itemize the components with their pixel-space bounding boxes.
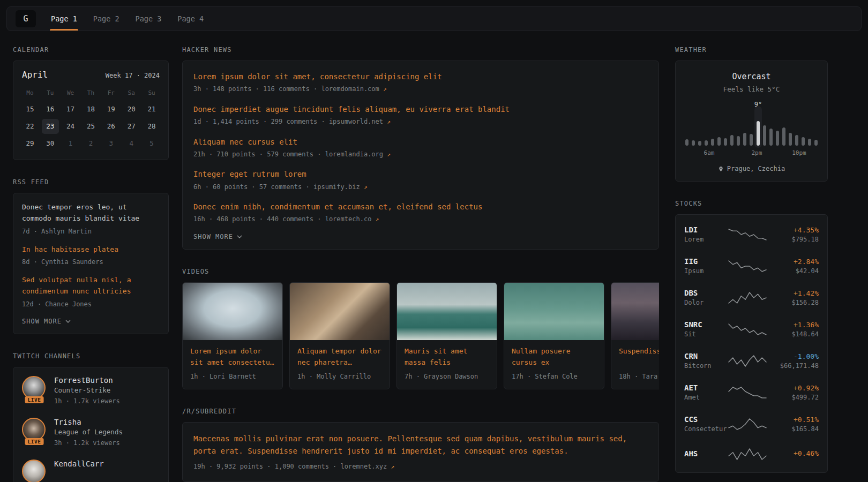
weather-condition: Overcast [684,72,819,81]
subreddit-domain-text: loremnet.xyz [341,463,387,470]
calendar-day[interactable]: 23 [42,119,59,134]
video-title[interactable]: Suspendisse diam [619,346,659,368]
hn-item-domain-link[interactable]: ipsumworld.net ↗ [329,118,391,125]
calendar-day[interactable]: 30 [42,136,59,151]
video-thumbnail[interactable] [397,283,497,340]
video-title[interactable]: Aliquam tempor dolor nec pharetra… [297,346,382,368]
hn-item-domain-link[interactable]: loremlandia.org ↗ [325,150,391,158]
stock-row[interactable]: CRN Bitcorn -1.00% $66,171.48 [684,345,819,376]
live-badge: LIVE [25,438,44,445]
hn-item-title[interactable]: Donec enim nibh, condimentum et accumsan… [193,201,648,212]
rss-item-title[interactable]: Donec tempor eros leo, ut commodo mauris… [22,202,160,224]
stock-row[interactable]: SNRC Sit +1.36% $148.64 [684,313,819,345]
calendar-day[interactable]: 29 [21,136,39,151]
hn-item-domain-link[interactable]: ipsumify.biz ↗ [313,183,368,191]
rss-show-more-button[interactable]: SHOW MORE [22,318,160,325]
video-title[interactable]: Mauris sit amet massa felis [405,346,489,368]
video-card[interactable]: Aliquam tempor dolor nec pharetra… 1h · … [289,282,390,389]
hackernews-widget: HACKER NEWS Lorem ipsum dolor sit amet, … [182,46,659,250]
stock-row[interactable]: IIG Ipsum +2.84% $42.04 [684,250,819,282]
video-card[interactable]: Lorem ipsum dolor sit amet consectetu… 1… [182,282,283,389]
subreddit-section-title: /R/SUBREDDIT [182,408,659,415]
channel-name[interactable]: Trisha [54,418,123,426]
tab-page-2[interactable]: Page 2 [92,7,121,31]
stock-row[interactable]: LDI Lorem +4.35% $795.18 [684,219,819,250]
stock-row[interactable]: DBS Dolor +1.42% $156.28 [684,282,819,313]
calendar-day[interactable]: 18 [82,102,99,117]
hn-item-title[interactable]: Integer eget rutrum lorem [193,169,648,179]
hackernews-show-more-button[interactable]: SHOW MORE [193,233,648,240]
stock-id: IIG Ipsum [684,257,723,275]
calendar-day[interactable]: 1 [62,136,79,151]
video-meta: 17h · Stefan Cole [512,372,596,381]
calendar-day[interactable]: 28 [143,119,160,134]
stock-sparkline [728,447,767,462]
stock-sparkline [728,290,767,305]
calendar-day[interactable]: 3 [102,136,119,151]
stock-sparkline [728,322,767,337]
tab-page-3[interactable]: Page 3 [134,7,163,31]
subreddit-post-title[interactable]: Maecenas mollis pulvinar erat non posuer… [193,433,648,457]
calendar-day[interactable]: 15 [21,102,39,117]
channel-game: League of Legends [54,428,123,436]
channel-name[interactable]: KendallCarr [54,460,104,468]
twitch-channel[interactable]: LIVE ForrestBurton Counter-Strike 1h · 1… [22,376,160,406]
hn-item-domain-link[interactable]: loremtech.co ↗ [325,215,379,223]
stock-row[interactable]: AET Amet +0.92% $499.72 [684,376,819,408]
twitch-channel[interactable]: LIVE Trisha League of Legends 3h · 1.2k … [22,418,160,448]
subreddit-post-meta: 19h · 9,932 points · 1,090 comments · lo… [193,462,648,472]
calendar-day[interactable]: 26 [102,119,119,134]
hn-item-title[interactable]: Aliquam nec cursus elit [193,137,648,147]
video-thumbnail[interactable] [290,283,390,340]
video-title[interactable]: Nullam posuere cursus ex [512,346,596,368]
calendar-day[interactable]: 4 [123,136,140,151]
video-card-body: Lorem ipsum dolor sit amet consectetu… 1… [183,340,282,389]
show-more-label: SHOW MORE [193,233,233,240]
chevron-down-icon [65,320,71,323]
calendar-day-header: Mo [20,87,40,99]
tab-page-4[interactable]: Page 4 [176,7,205,31]
stock-price: $499.72 [772,394,819,401]
hn-item-title[interactable]: Lorem ipsum dolor sit amet, consectetur … [193,71,648,82]
calendar-card: April Week 17 · 2024 MoTuWeThFrSaSu 1516… [13,61,169,160]
video-thumbnail[interactable] [611,283,659,340]
hackernews-card: Lorem ipsum dolor sit amet, consectetur … [182,61,659,250]
video-card[interactable]: Suspendisse diam 18h · Tara [611,282,659,389]
twitch-channel[interactable]: KendallCarr [22,460,160,482]
subreddit-card: Maecenas mollis pulvinar erat non posuer… [182,422,659,482]
weather-bar [711,115,714,146]
channel-name[interactable]: ForrestBurton [54,376,120,385]
calendar-day[interactable]: 21 [143,102,160,117]
calendar-day[interactable]: 17 [62,102,79,117]
stock-name: Bitcorn [684,362,723,370]
stock-row[interactable]: AHS +0.46% [684,440,819,469]
video-card[interactable]: Mauris sit amet massa felis 7h · Grayson… [396,282,497,389]
video-title[interactable]: Lorem ipsum dolor sit amet consectetu… [190,346,275,368]
top-navigation-bar: G Page 1 Page 2 Page 3 Page 4 [6,6,862,31]
rss-item-title[interactable]: In hac habitasse platea [22,244,160,255]
calendar-day[interactable]: 19 [102,102,119,117]
stock-change: +2.84% [772,258,819,266]
calendar-day[interactable]: 22 [21,119,39,134]
twitch-section-title: TWITCH CHANNELS [13,352,169,360]
subreddit-domain-link[interactable]: loremnet.xyz ↗ [341,463,395,470]
tab-page-1[interactable]: Page 1 [50,7,78,31]
calendar-day[interactable]: 16 [42,102,59,117]
hn-meta-text: 21h · 710 points · 579 comments · [193,150,321,158]
hn-item-domain-link[interactable]: loremdomain.com ↗ [321,85,386,93]
rss-item-title[interactable]: Sed volutpat nulla nisl, a condimentum n… [22,275,160,297]
calendar-day[interactable]: 5 [143,136,160,151]
hn-item-title[interactable]: Donec imperdiet augue tincidunt felis al… [193,104,648,115]
video-card[interactable]: Nullam posuere cursus ex 17h · Stefan Co… [504,282,604,389]
stock-row[interactable]: CCS Consectetur +0.51% $165.84 [684,408,819,440]
location-pin-icon [718,165,724,172]
calendar-day[interactable]: 27 [123,119,140,134]
calendar-day[interactable]: 20 [123,102,140,117]
video-thumbnail[interactable] [183,283,282,340]
weather-bar [730,115,734,146]
video-thumbnail[interactable] [504,283,604,340]
calendar-day[interactable]: 2 [82,136,99,151]
calendar-day[interactable]: 24 [62,119,79,134]
calendar-day[interactable]: 25 [82,119,99,134]
stock-values: +0.92% $499.72 [772,384,819,401]
